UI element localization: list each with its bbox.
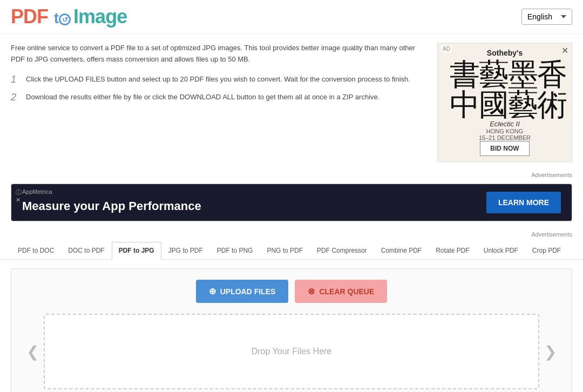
upload-icon: ⊕ <box>209 286 216 296</box>
ad-right: AD ✕ Sotheby's 書藝墨香中國藝術 Eclectic II HONG… <box>437 43 572 162</box>
step-2-text: Download the results either file by file… <box>26 92 379 103</box>
ad-bottom-banner: ⓘ✕ AppMetrica Measure your App Performan… <box>11 184 572 221</box>
chinese-art: 書藝墨香中國藝術 <box>443 59 566 120</box>
ad-location: HONG KONG <box>479 128 531 134</box>
tab-doc-to-pdf[interactable]: DOC to PDF <box>61 242 111 259</box>
carousel-left-button[interactable]: ❮ <box>22 343 43 361</box>
upload-files-button[interactable]: ⊕ UPLOAD FILES <box>196 280 289 303</box>
tab-crop-pdf[interactable]: Crop PDF <box>525 242 568 259</box>
steps-list: 1 Click the UPLOAD FILES button and sele… <box>11 74 426 103</box>
tab-pdf-to-jpg[interactable]: PDF to JPG <box>112 242 161 260</box>
logo-pdf: PDF <box>11 5 48 28</box>
ad-right-footer: Advertisements <box>0 171 583 179</box>
tab-png-to-pdf[interactable]: PNG to PDF <box>260 242 310 259</box>
description-text: Free online service to convert a PDF fil… <box>11 43 426 65</box>
clear-icon: ⊗ <box>308 286 315 296</box>
ad-bottom-info-icon[interactable]: ⓘ✕ <box>16 188 22 204</box>
logo-to: t↺ <box>50 10 71 27</box>
tab-pdf-to-doc[interactable]: PDF to DOC <box>11 242 61 259</box>
ad-bottom-footer: Advertisements <box>0 230 583 242</box>
tab-pdf-to-png[interactable]: PDF to PNG <box>210 242 260 259</box>
nav-tabs: PDF to DOC DOC to PDF PDF to JPG JPG to … <box>0 242 583 260</box>
ad-eclectic: Eclectic II <box>479 120 531 128</box>
tab-combine-pdf[interactable]: Combine PDF <box>374 242 429 259</box>
ad-right-close[interactable]: ✕ <box>561 45 568 56</box>
step-1-number: 1 <box>11 74 19 85</box>
appmetrica-headline: Measure your App Performance <box>22 199 201 213</box>
logo-image: Image <box>73 5 127 28</box>
step-2-number: 2 <box>11 92 19 103</box>
bid-now-button[interactable]: BID NOW <box>480 141 529 156</box>
step-1: 1 Click the UPLOAD FILES button and sele… <box>11 74 426 85</box>
clear-queue-button[interactable]: ⊗ CLEAR QUEUE <box>295 280 387 303</box>
step-1-text: Click the UPLOAD FILES button and select… <box>26 74 410 85</box>
language-selector[interactable]: English Español Français Deutsch <box>521 9 572 25</box>
learn-more-button[interactable]: LEARN MORE <box>486 192 561 213</box>
top-bar: PDF t↺ Image English Español Français De… <box>0 0 583 34</box>
tab-rotate-pdf[interactable]: Rotate PDF <box>429 242 477 259</box>
upload-btn-label: UPLOAD FILES <box>220 287 276 296</box>
clear-btn-label: CLEAR QUEUE <box>319 287 374 296</box>
drop-zone[interactable]: Drop Your Files Here <box>44 314 539 389</box>
tool-area: ⊕ UPLOAD FILES ⊗ CLEAR QUEUE ❮ Drop Your… <box>11 268 572 392</box>
sothebys-brand: Sotheby's <box>443 49 566 57</box>
tab-unlock-pdf[interactable]: Unlock PDF <box>477 242 525 259</box>
drop-area-wrapper: ❮ Drop Your Files Here ❯ <box>44 314 539 389</box>
tab-jpg-to-pdf[interactable]: JPG to PDF <box>161 242 210 259</box>
main-content: Free online service to convert a PDF fil… <box>0 34 583 171</box>
step-2: 2 Download the results either file by fi… <box>11 92 426 103</box>
logo: PDF t↺ Image <box>11 5 127 28</box>
tab-pdf-compressor[interactable]: PDF Compressor <box>310 242 374 259</box>
ad-label: AD <box>441 45 452 52</box>
left-content: Free online service to convert a PDF fil… <box>11 43 426 162</box>
tool-buttons: ⊕ UPLOAD FILES ⊗ CLEAR QUEUE <box>22 280 561 303</box>
carousel-right-button[interactable]: ❯ <box>540 343 561 361</box>
appmetrica-logo: AppMetrica <box>22 188 52 195</box>
drop-text: Drop Your Files Here <box>252 347 332 356</box>
ad-dates: 15–21 DECEMBER <box>479 134 531 141</box>
